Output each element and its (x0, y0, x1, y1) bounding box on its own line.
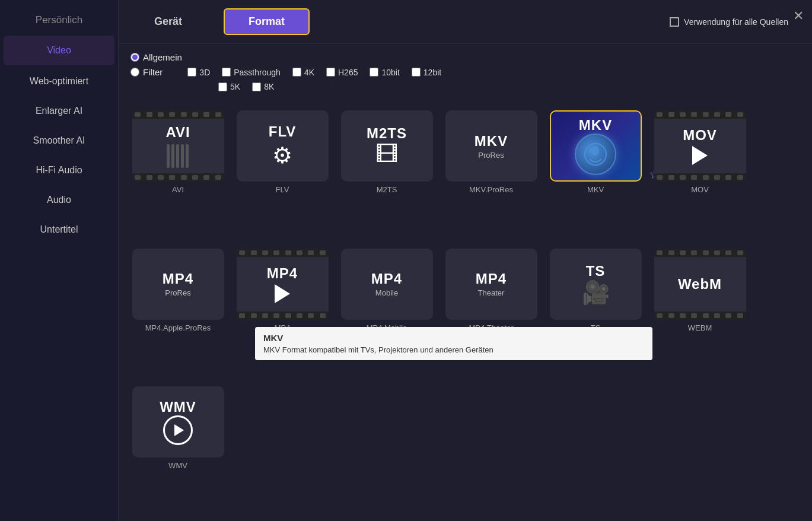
format-item-ts[interactable]: TS 🎥 TS (548, 249, 643, 377)
filter-options-row: Filter 3D Passthrough 4K H265 10bit (130, 67, 800, 77)
apply-all-checkbox[interactable] (670, 17, 679, 27)
check-8k[interactable]: 8K (252, 82, 274, 91)
format-tile-mkv-prores[interactable]: MKV ProRes (445, 110, 537, 182)
format-tile-webm[interactable]: WebM (654, 249, 746, 320)
format-label-m2ts: M2TS (377, 185, 397, 194)
format-tile-m2ts[interactable]: M2TS 🎞 (341, 110, 433, 182)
sidebar-item-audio[interactable]: Audio (0, 185, 118, 215)
sidebar-item-hifi-audio[interactable]: Hi-Fi Audio (0, 155, 118, 185)
filter-allgemein-row: Allgemein (130, 52, 800, 62)
format-label-mp4-prores: MP4.Apple.ProRes (145, 323, 211, 332)
format-tile-ts[interactable]: TS 🎥 (550, 249, 642, 320)
format-grid: AVI AVI (119, 104, 812, 521)
format-item-mp4-theater[interactable]: MP4 Theater MP4.Theater (444, 249, 539, 377)
format-tile-mkv[interactable]: MKV (550, 110, 642, 182)
sidebar-item-web-optimized[interactable]: Web-optimiert (0, 66, 118, 96)
format-label-mp4: MP4 (275, 323, 291, 332)
topbar: Gerät Format Verwendung für alle Quellen (119, 0, 812, 44)
tab-format[interactable]: Format (224, 8, 310, 35)
format-label-webm: WEBM (688, 323, 712, 332)
format-item-avi[interactable]: AVI AVI (130, 110, 225, 239)
check-4k[interactable]: 4K (292, 68, 314, 77)
mov-play-icon (692, 146, 708, 165)
format-item-mov[interactable]: MOV MOV (652, 110, 747, 239)
m2ts-icon: 🎞 (375, 142, 398, 167)
flv-icon: ⚙ (272, 142, 292, 169)
format-label-mkv-prores: MKV.ProRes (469, 185, 513, 194)
format-label-mkv: MKV (587, 185, 604, 194)
format-label-avi: AVI (172, 185, 184, 194)
sidebar-item-subtitles[interactable]: Untertitel (0, 215, 118, 244)
apply-all-container: Verwendung für alle Quellen (670, 17, 788, 27)
filter-options: 3D Passthrough 4K H265 10bit 12bit (187, 68, 441, 77)
format-tile-mov[interactable]: MOV (654, 110, 746, 182)
close-button[interactable]: ✕ (793, 8, 804, 24)
tab-device[interactable]: Gerät (130, 9, 206, 34)
main-content: Gerät Format Verwendung für alle Quellen… (119, 0, 812, 521)
format-tile-mp4-mobile[interactable]: MP4 Mobile (341, 249, 433, 320)
wmv-play-icon (163, 415, 193, 445)
format-tile-flv[interactable]: FLV ⚙ (237, 110, 329, 182)
filter-options2: 5K 8K (218, 82, 274, 91)
sidebar: Persönlich Video Web-optimiert Enlarger … (0, 0, 119, 521)
sidebar-item-personal[interactable]: Persönlich (0, 6, 118, 34)
format-item-mkv-prores[interactable]: MKV ProRes MKV.ProRes (444, 110, 539, 239)
sidebar-item-enlarger-ai[interactable]: Enlarger AI (0, 96, 118, 126)
radio-allgemein[interactable]: Allgemein (130, 52, 182, 62)
format-item-mkv[interactable]: MKV ☆ MKV (548, 110, 643, 239)
ts-icon: 🎥 (582, 279, 610, 306)
sidebar-item-video[interactable]: Video (4, 36, 114, 65)
format-item-mp4[interactable]: MP4 MP4 (235, 249, 330, 377)
check-12bit[interactable]: 12bit (412, 68, 441, 77)
format-item-mp4-prores[interactable]: MP4 ProRes MP4.Apple.ProRes (130, 249, 225, 377)
filter-section: Allgemein Filter 3D Passthrough 4K H26 (119, 44, 812, 104)
radio-filter[interactable]: Filter (130, 67, 163, 77)
format-tile-avi[interactable]: AVI (132, 110, 224, 182)
format-item-m2ts[interactable]: M2TS 🎞 M2TS (339, 110, 434, 239)
format-item-wmv[interactable]: WMV WMV (130, 386, 225, 515)
check-3d[interactable]: 3D (187, 68, 210, 77)
sidebar-item-smoother-ai[interactable]: Smoother AI (0, 126, 118, 155)
format-label-mp4-theater: MP4.Theater (469, 323, 513, 332)
apply-all-label: Verwendung für alle Quellen (684, 17, 788, 27)
format-tile-mp4[interactable]: MP4 (237, 249, 329, 320)
format-item-webm[interactable]: WebM WEBM (652, 249, 747, 377)
format-item-mp4-mobile[interactable]: MP4 Mobile MP4.Mobile (339, 249, 434, 377)
check-10bit[interactable]: 10bit (370, 68, 399, 77)
check-h265[interactable]: H265 (326, 68, 358, 77)
svg-point-1 (592, 146, 599, 155)
format-label-mov: MOV (691, 185, 709, 194)
format-tile-mp4-theater[interactable]: MP4 Theater (445, 249, 537, 320)
format-tile-wmv[interactable]: WMV (132, 386, 224, 458)
format-item-flv[interactable]: FLV ⚙ FLV (235, 110, 330, 239)
filter-row2: 5K 8K (130, 82, 800, 91)
check-passthrough[interactable]: Passthrough (222, 68, 281, 77)
check-5k[interactable]: 5K (218, 82, 240, 91)
format-label-ts: TS (591, 323, 601, 332)
format-label-flv: FLV (276, 185, 289, 194)
mp4-play-icon (275, 284, 290, 303)
format-label-wmv: WMV (168, 461, 187, 470)
format-tile-mp4-prores[interactable]: MP4 ProRes (132, 249, 224, 320)
mkv-icon (575, 134, 616, 175)
format-label-mp4-mobile: MP4.Mobile (367, 323, 407, 332)
